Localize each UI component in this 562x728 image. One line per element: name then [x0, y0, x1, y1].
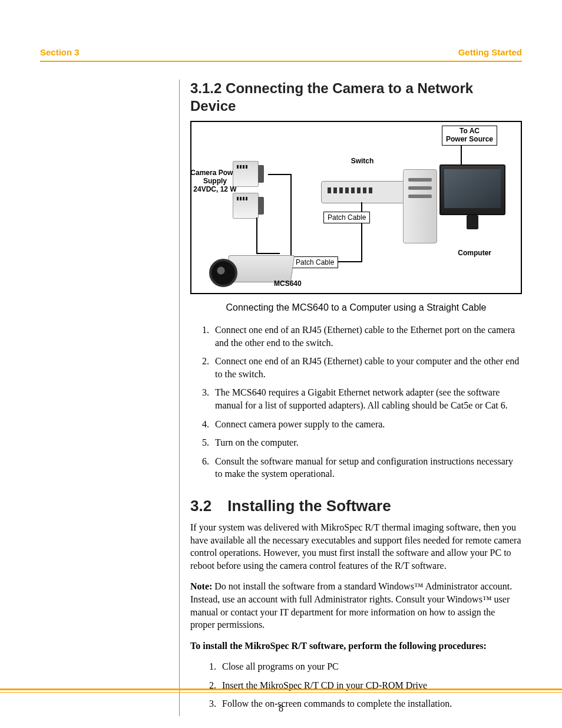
- patch-cable-label: Patch Cable: [292, 256, 338, 268]
- connection-diagram: To ACPower Source Switch Camera PowerSup…: [190, 121, 522, 294]
- header-section: Section 3: [40, 47, 80, 57]
- section-title-text: Installing the Software: [227, 497, 391, 515]
- page-number: 8: [0, 703, 562, 714]
- monitor-icon: [439, 164, 505, 215]
- list-item: Connect camera power supply to the camer…: [211, 418, 522, 431]
- switch-label: Switch: [339, 157, 386, 166]
- connect-steps-list: Connect one end of an RJ45 (Ethernet) ca…: [195, 324, 522, 480]
- page: Section 3 Getting Started 3.1.2 Connecti…: [0, 0, 562, 728]
- left-margin-column: [40, 80, 180, 716]
- figure-caption: Connecting the MCS640 to a Computer usin…: [190, 302, 522, 313]
- computer-tower-icon: [403, 169, 437, 243]
- section-heading: 3.2 Installing the Software: [190, 497, 522, 515]
- note-label: Note:: [190, 581, 212, 591]
- camera-model-label: MCS640: [274, 280, 302, 288]
- two-column-layout: 3.1.2 Connecting the Camera to a Network…: [40, 80, 522, 716]
- install-intro-paragraph: If your system was delivered with MikroS…: [190, 521, 522, 572]
- list-item: Connect one end of an RJ45 (Ethernet) ca…: [211, 355, 522, 380]
- patch-cable-label: Patch Cable: [323, 212, 370, 223]
- section-number: 3.2: [190, 497, 223, 515]
- subsection-heading: 3.1.2 Connecting the Camera to a Network…: [190, 80, 522, 115]
- switch-icon: [321, 181, 405, 203]
- note-paragraph: Note: Do not install the software from a…: [190, 580, 522, 631]
- list-item: Close all programs on your PC: [219, 660, 522, 673]
- header-chapter: Getting Started: [458, 47, 522, 57]
- list-item: Turn on the computer.: [211, 436, 522, 449]
- install-procedure-heading: To install the MikroSpec R/T software, p…: [190, 640, 522, 653]
- power-supply-icon: [233, 161, 259, 187]
- computer-label: Computer: [458, 249, 491, 258]
- ac-power-label: To ACPower Source: [442, 126, 497, 146]
- list-item: Consult the software manual for setup an…: [211, 455, 522, 480]
- list-item: Connect one end of an RJ45 (Ethernet) ca…: [211, 324, 522, 349]
- note-text: Do not install the software from a stand…: [190, 581, 512, 630]
- list-item: The MCS640 requires a Gigabit Ethernet n…: [211, 386, 522, 411]
- power-supply-icon: [233, 193, 259, 219]
- content-column: 3.1.2 Connecting the Camera to a Network…: [180, 80, 522, 716]
- running-header: Section 3 Getting Started: [40, 47, 522, 62]
- footer-rule: [0, 689, 562, 693]
